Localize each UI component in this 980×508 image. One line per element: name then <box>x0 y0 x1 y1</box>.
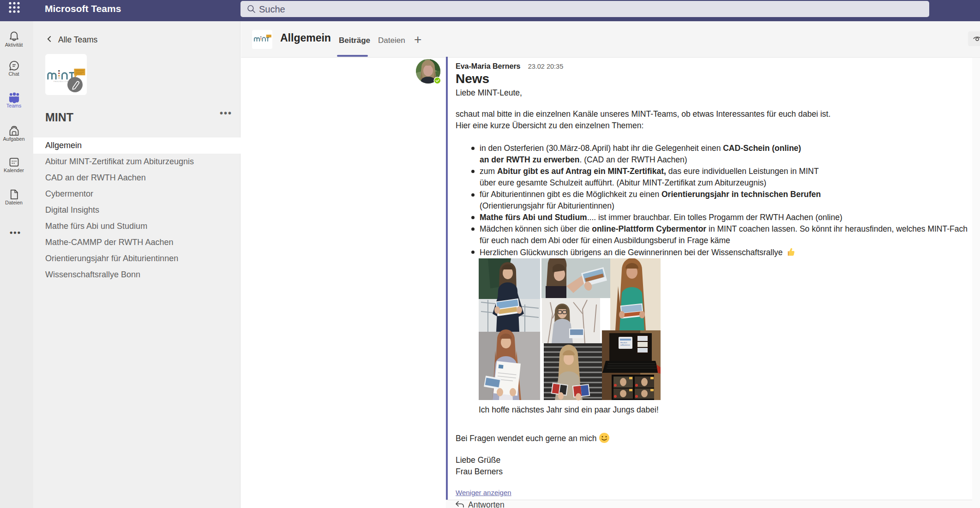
svg-text:willkommen: willkommen <box>620 344 630 346</box>
